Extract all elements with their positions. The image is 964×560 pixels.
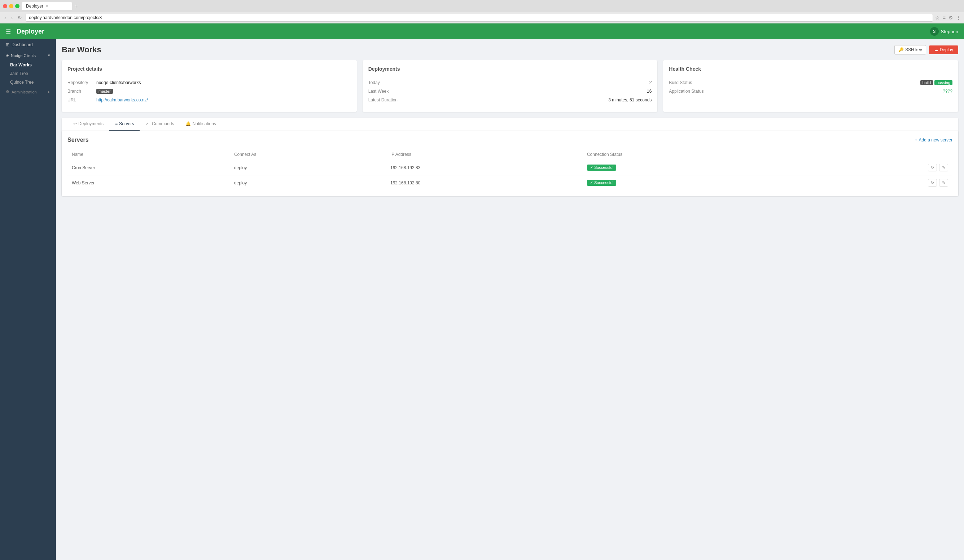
sidebar-section-nudge-clients[interactable]: ◈ Nudge Clients ▾	[0, 50, 56, 60]
nudge-clients-label: Nudge Clients	[11, 54, 36, 58]
application-status-value: ????	[943, 89, 953, 94]
browser-titlebar: Deployer ✕ +	[0, 0, 964, 12]
build-status-row: Build Status build passing	[669, 80, 953, 85]
today-value: 2	[650, 80, 652, 85]
row-actions-1: ↻ ✎	[810, 179, 948, 187]
add-server-button[interactable]: + Add a new server	[915, 137, 953, 143]
app-logo: Deployer	[16, 28, 44, 35]
browser-tab[interactable]: Deployer ✕	[22, 2, 72, 10]
project-details-card: Project details Repository nudge-clients…	[62, 60, 357, 112]
admin-icon: ⚙	[6, 90, 10, 94]
edit-server-0-button[interactable]: ✎	[939, 164, 948, 171]
back-button[interactable]: ‹	[3, 14, 8, 21]
deploy-button[interactable]: ☁ Deploy	[929, 46, 958, 54]
commands-tab-icon: >_	[145, 121, 150, 126]
sidebar-item-dashboard[interactable]: ⊞ Dashboard	[0, 39, 56, 50]
refresh-server-1-button[interactable]: ↻	[928, 179, 937, 187]
refresh-button[interactable]: ↻	[16, 14, 23, 21]
servers-table-body: Cron Server deploy 192.168.192.83 ✓ Succ…	[67, 160, 953, 190]
deploy-icon: ☁	[934, 47, 938, 52]
app-header: ☰ Deployer S Stephen	[0, 23, 964, 39]
minimize-dot[interactable]	[9, 4, 13, 8]
server-name-0: Cron Server	[67, 160, 230, 175]
dashboard-label: Dashboard	[11, 42, 33, 47]
server-connect-as-1: deploy	[230, 175, 386, 190]
health-check-card: Health Check Build Status build passing …	[663, 60, 958, 112]
server-connect-as-0: deploy	[230, 160, 386, 175]
browser-addressbar: ‹ › ↻ deploy.aardvarklondon.com/projects…	[0, 12, 964, 23]
address-bar[interactable]: deploy.aardvarklondon.com/projects/3	[26, 14, 933, 22]
servers-table: Name Connect As IP Address Connection St…	[67, 149, 953, 190]
jam-tree-label: Jam Tree	[10, 71, 28, 76]
application-status-label: Application Status	[669, 89, 703, 94]
server-actions-0: ↻ ✎	[806, 160, 953, 175]
servers-table-header-row: Name Connect As IP Address Connection St…	[67, 149, 953, 160]
menu-icon[interactable]: ⋮	[956, 15, 961, 21]
avatar: S	[930, 27, 939, 36]
chevron-icon: ▾	[48, 53, 50, 58]
servers-table-head: Name Connect As IP Address Connection St…	[67, 149, 953, 160]
quince-tree-label: Quince Tree	[10, 80, 34, 85]
deployments-tab-label: Deployments	[78, 121, 104, 126]
user-menu[interactable]: S Stephen	[930, 27, 958, 36]
server-ip-1: 192.168.192.80	[386, 175, 583, 190]
tab-commands[interactable]: >_ Commands	[140, 118, 180, 130]
page-header-actions: 🔑 SSH key ☁ Deploy	[894, 45, 958, 54]
notifications-tab-label: Notifications	[192, 121, 216, 126]
deployments-card: Deployments Today 2 Last Week 16 Latest …	[363, 60, 658, 112]
deployments-title: Deployments	[368, 66, 652, 75]
server-status-0: ✓ Successful	[583, 160, 806, 175]
deployments-tab-icon: ↩	[73, 121, 77, 126]
latest-duration-row: Latest Duration 3 minutes, 51 seconds	[368, 98, 652, 103]
maximize-dot[interactable]	[15, 4, 20, 8]
main-content: Bar Works 🔑 SSH key ☁ Deploy Project de	[56, 39, 964, 560]
last-week-value: 16	[647, 89, 651, 94]
page-header: Bar Works 🔑 SSH key ☁ Deploy	[62, 45, 958, 54]
commands-tab-label: Commands	[152, 121, 174, 126]
browser-chrome: Deployer ✕ + ‹ › ↻ deploy.aardvarklondon…	[0, 0, 964, 23]
tab-deployments[interactable]: ↩ Deployments	[67, 118, 109, 130]
repository-label: Repository	[67, 80, 96, 85]
url-value: http://calm.barworks.co.nz/	[96, 98, 148, 103]
col-header-ip-address: IP Address	[386, 149, 583, 160]
star-icon[interactable]: ☆	[935, 15, 940, 21]
repository-row: Repository nudge-clients/barworks	[67, 80, 351, 85]
close-dot[interactable]	[3, 4, 7, 8]
sidebar-item-bar-works[interactable]: Bar Works	[0, 60, 56, 69]
settings-icon[interactable]: ⚙	[948, 15, 953, 21]
bar-works-label: Bar Works	[10, 62, 32, 67]
dashboard-icon: ⊞	[6, 42, 10, 47]
status-badge-1: ✓ Successful	[587, 180, 616, 186]
servers-section: Servers + Add a new server Name Connect …	[62, 131, 958, 196]
today-row: Today 2	[368, 80, 652, 85]
tab-close-icon[interactable]: ✕	[46, 4, 48, 8]
server-status-1: ✓ Successful	[583, 175, 806, 190]
today-label: Today	[368, 80, 380, 85]
url-row: URL http://calm.barworks.co.nz/	[67, 98, 351, 103]
sidebar-item-quince-tree[interactable]: Quince Tree	[0, 78, 56, 86]
hamburger-menu-icon[interactable]: ☰	[6, 28, 11, 35]
reader-icon[interactable]: ≡	[943, 15, 946, 21]
page-title: Bar Works	[62, 45, 101, 54]
col-header-connection-status: Connection Status	[583, 149, 806, 160]
latest-duration-label: Latest Duration	[368, 98, 397, 103]
edit-server-1-button[interactable]: ✎	[939, 179, 948, 187]
col-header-actions	[806, 149, 953, 160]
sidebar-section-administration[interactable]: ⚙ Administration ▸	[0, 86, 56, 97]
browser-dots	[3, 4, 20, 8]
branch-row: Branch master	[67, 89, 351, 94]
new-tab-button[interactable]: +	[74, 3, 78, 10]
build-badges: build passing	[920, 80, 953, 85]
forward-button[interactable]: ›	[10, 14, 15, 21]
servers-tab-icon: ≡	[115, 121, 117, 126]
refresh-server-0-button[interactable]: ↻	[928, 164, 937, 171]
tab-servers[interactable]: ≡ Servers	[109, 118, 140, 130]
user-name: Stephen	[941, 29, 958, 34]
latest-duration-value: 3 minutes, 51 seconds	[608, 98, 651, 103]
ssh-key-button[interactable]: 🔑 SSH key	[894, 45, 926, 54]
servers-tab-label: Servers	[119, 121, 134, 126]
servers-section-title: Servers	[67, 137, 89, 143]
tab-notifications[interactable]: 🔔 Notifications	[180, 118, 221, 130]
app-wrapper: ☰ Deployer S Stephen ⊞ Dashboard ◈ Nudge…	[0, 23, 964, 560]
sidebar-item-jam-tree[interactable]: Jam Tree	[0, 69, 56, 78]
